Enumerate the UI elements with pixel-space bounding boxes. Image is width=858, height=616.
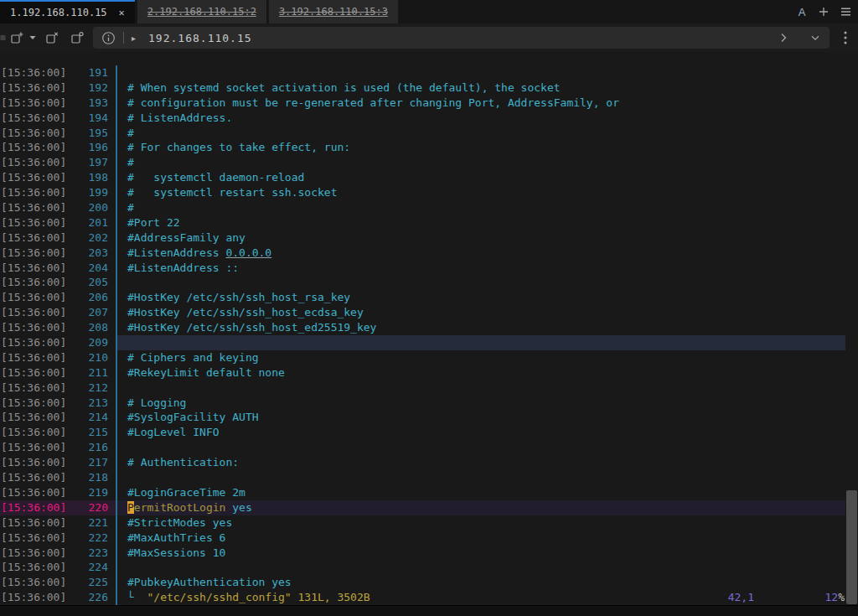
tab-session-3[interactable]: 3.192.168.110.15:3 [269,0,398,23]
line-number: 200 [67,200,108,215]
scrollbar[interactable] [845,52,858,605]
line-number: 195 [67,126,108,141]
line-content: #SyslogFacility AUTH [116,410,858,425]
line-content [116,380,858,396]
timestamp: [15:36:00] [0,290,67,305]
terminal-row: [15:36:00]197# [0,155,858,170]
tabbar-spacer [401,0,791,23]
address-text: 192.168.110.15 [148,32,252,44]
text-segment: # configuration must be re-generated aft… [127,96,619,109]
line-content [116,335,858,350]
terminal-row: [15:36:00]208#HostKey /etc/ssh/ssh_host_… [0,320,858,335]
line-content [116,440,858,455]
line-content: #HostKey /etc/ssh/ssh_host_rsa_key [116,290,858,305]
timestamp: [15:36:00] [0,230,67,246]
line-content: #ListenAddress :: [116,261,858,276]
new-session-button[interactable] [6,27,28,49]
line-content: # For changes to take effect, run: [116,140,858,155]
timestamp: [15:36:00] [0,515,67,531]
terminal-row: [15:36:00]194# ListenAddress. [0,111,858,126]
timestamp: [15:36:00] [0,261,67,276]
scrollbar-thumb[interactable] [846,490,857,604]
terminal-row: [15:36:00]199# systemctl restart ssh.soc… [0,185,858,200]
close-icon[interactable]: ✕ [119,8,125,18]
timestamp: [15:36:00] [0,200,67,215]
line-number: 213 [67,396,108,411]
info-icon[interactable] [101,31,116,45]
timestamp: [15:36:00] [0,531,67,546]
line-number: 202 [67,230,108,246]
line-content: #HostKey /etc/ssh/ssh_host_ecdsa_key [116,305,858,320]
text-segment: #StrictModes yes [127,516,232,529]
new-session-dropdown[interactable] [28,27,38,49]
line-number: 212 [67,380,108,396]
text-segment: #MaxAuthTries 6 [127,531,225,544]
line-number: 223 [67,546,108,561]
line-number: 218 [67,470,108,485]
text-segment: #HostKey /etc/ssh/ssh_host_rsa_key [127,291,350,303]
timestamp: [15:36:00] [0,335,67,350]
terminal-row: [15:36:00]200# [0,200,858,215]
timestamp: [15:36:00] [0,396,67,411]
sidebar-toggle-button[interactable] [0,33,6,43]
font-size-button[interactable]: A [791,0,813,23]
line-content [116,65,858,80]
terminal-row: [15:36:00]214#SyslogFacility AUTH [0,410,858,425]
text-segment: # [127,156,134,168]
terminal-screen[interactable]: [15:36:00]191[15:36:00]192# When systemd… [0,52,858,605]
line-number: 219 [67,485,108,500]
terminal-row: [15:36:00]193# configuration must be re-… [0,96,858,111]
terminal-row: [15:36:00]217# Authentication: [0,455,858,470]
cursor-block: P [127,501,134,514]
chevron-down-icon[interactable] [809,32,821,44]
text-segment: #LoginGraceTime 2m [127,486,246,499]
text-segment: #LogLevel INFO [127,426,220,438]
line-number: 209 [67,335,108,350]
line-content: #MaxAuthTries 6 [116,531,858,546]
text-segment: #SyslogFacility AUTH [127,411,259,423]
tab-session-1[interactable]: 1.192.168.110.15 ✕ [0,0,135,23]
tab-session-2[interactable]: 2.192.168.110.15:2 [137,0,266,23]
new-tab-button[interactable] [813,0,835,23]
line-content: # systemctl restart ssh.socket [116,185,858,200]
text-segment: #HostKey /etc/ssh/ssh_host_ecdsa_key [127,306,364,318]
terminal-row: [15:36:00]225#PubkeyAuthentication yes [0,575,858,590]
terminal-row: [15:36:00]211#RekeyLimit default none [0,365,858,380]
terminal-row: [15:36:00]204#ListenAddress :: [0,261,858,276]
line-number: 225 [67,575,108,590]
line-number: 198 [67,170,108,185]
terminal-row: [15:36:00]202#AddressFamily any [0,230,858,246]
detach-session-button[interactable] [66,27,88,49]
text-segment: # Authentication: [127,456,239,468]
line-content: # Authentication: [116,455,858,470]
timestamp: [15:36:00] [0,410,67,425]
terminal-row: [15:36:00]218 [0,470,858,485]
plus-icon [818,6,830,18]
toolbar-menu-button[interactable] [836,27,855,49]
terminal-row: [15:36:00]198# systemctl daemon-reload [0,170,858,185]
line-number: 199 [67,185,108,200]
text-segment: #MaxSessions 10 [127,546,225,559]
timestamp: [15:36:00] [0,185,67,200]
address-bar[interactable]: ▸ 192.168.110.15 [93,27,830,49]
app-menu-button[interactable] [835,0,856,23]
chevron-right-icon[interactable] [777,31,790,44]
detach-session-icon [70,30,85,45]
line-content [116,275,858,290]
terminal-row: [15:36:00]209 [0,335,858,350]
tab-label: 3.192.168.110.15:3 [279,6,388,18]
terminal-row: [15:36:00]205 [0,275,858,290]
line-number: 224 [67,560,108,575]
new-session-icon [9,30,24,45]
line-number: 204 [67,261,108,276]
close-session-button[interactable] [41,27,63,49]
line-number: 203 [67,246,108,261]
hamburger-icon [0,33,6,43]
line-number: 222 [67,531,108,546]
terminal-rows: [15:36:00]191[15:36:00]192# When systemd… [0,65,858,605]
terminal-row: [15:36:00]216 [0,440,858,455]
line-number: 193 [67,96,108,111]
line-content: #LoginGraceTime 2m [116,485,858,500]
line-content: #Port 22 [116,215,858,230]
timestamp: [15:36:00] [0,365,67,380]
